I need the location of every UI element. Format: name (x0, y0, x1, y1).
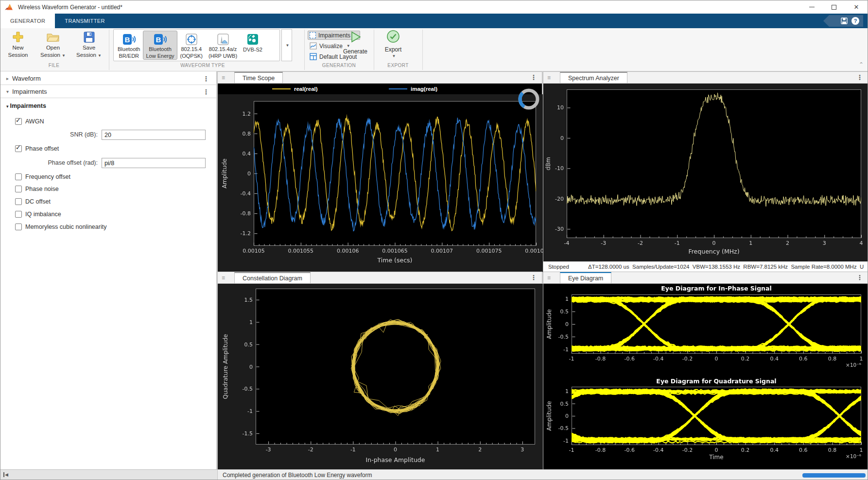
minimize-button[interactable] (800, 0, 823, 14)
dc-offset-checkbox[interactable]: ✓ DC offset (15, 197, 51, 206)
snr-field-row: SNR (dB): (0, 130, 216, 140)
tab-eye-diagram[interactable]: Eye Diagram (560, 272, 611, 283)
file-section-caption: FILE (20, 63, 88, 68)
button-label: Low Energy (146, 52, 174, 59)
waveform-dvb-s2-button[interactable]: DVB-S2 (240, 31, 265, 60)
spectrum-plot[interactable] (543, 84, 868, 261)
checkbox-box[interactable]: ✓ (15, 211, 22, 218)
kebab-menu-icon[interactable]: ⋮ (856, 275, 863, 280)
button-label: DVB-S2 (243, 46, 262, 53)
ribbon-tabstrip: GENERATOR TRANSMITTER ? (0, 14, 868, 28)
checkbox-box[interactable]: ✓ (15, 223, 22, 230)
impairments-section-header[interactable]: ▾ Impairments ⋮ (0, 86, 216, 98)
kebab-menu-icon[interactable]: ⋮ (203, 89, 209, 94)
waveform-bluetooth-br-edr-button[interactable]: B Bluetooth BR/EDR (115, 31, 143, 60)
status-bar: ◀ Completed generation of Bluetooth Low … (0, 469, 868, 480)
section-separator (422, 30, 423, 70)
kebab-menu-icon[interactable]: ⋮ (530, 75, 537, 80)
drag-handle-icon[interactable]: ≡ (547, 274, 551, 281)
iq-imbalance-checkbox[interactable]: ✓ IQ imbalance (15, 210, 61, 219)
export-button[interactable]: Export ▼ (378, 30, 409, 62)
collapsed-triangle-icon[interactable]: ▸ (6, 76, 12, 81)
visualize-icon (310, 42, 317, 50)
dropdown-arrow-icon: ▼ (98, 53, 102, 58)
quick-access-toolbar: ? (823, 15, 863, 27)
generate-button[interactable]: Generate (340, 30, 371, 62)
save-session-button[interactable]: Save Session▼ (73, 30, 104, 62)
collapse-panel-icon[interactable]: ◀ (3, 472, 8, 477)
waveform-type-dropdown-button[interactable]: ▼ (281, 29, 292, 61)
new-session-icon (12, 30, 24, 44)
legend-label: real(real) (294, 86, 318, 92)
button-label: Save (83, 44, 95, 51)
maximize-button[interactable] (823, 0, 845, 14)
checkbox-box[interactable]: ✓ (15, 173, 22, 180)
drag-handle-icon[interactable]: ≡ (222, 274, 225, 281)
tab-transmitter[interactable]: TRANSMITTER (55, 14, 115, 28)
button-label: Session (8, 51, 28, 59)
help-icon[interactable]: ? (851, 17, 859, 25)
bluetooth-icon: B (122, 33, 136, 46)
snr-label: SNR (dB): (0, 131, 98, 138)
status-message-area: Completed generation of Bluetooth Low En… (218, 470, 868, 480)
tab-constellation-diagram[interactable]: Constellation Diagram (234, 272, 311, 283)
legend-line-real (272, 88, 291, 90)
dropdown-arrow-icon: ▼ (392, 54, 396, 58)
tab-time-scope[interactable]: Time Scope (234, 72, 283, 83)
checkbox-box[interactable]: ✓ (15, 145, 22, 152)
ribbon: New Session Open Session▼ Save Session▼ … (0, 28, 868, 71)
legend-item-real[interactable]: real(real) (272, 84, 318, 94)
phase-offset-input[interactable] (102, 158, 206, 168)
frequency-offset-checkbox[interactable]: ✓ Frequency offset (15, 172, 70, 181)
close-button[interactable]: ✕ (845, 0, 868, 14)
drag-handle-icon[interactable]: ≡ (547, 74, 551, 81)
snr-input[interactable] (102, 130, 206, 140)
status-message: Completed generation of Bluetooth Low En… (223, 472, 372, 479)
checkbox-box[interactable]: ✓ (15, 198, 22, 205)
tab-generator[interactable]: GENERATOR (0, 14, 55, 28)
drag-handle-icon[interactable]: ≡ (222, 74, 225, 81)
time-scope-plot[interactable] (218, 94, 543, 272)
new-session-button[interactable]: New Session (2, 30, 34, 62)
button-label: 802.15.4 (181, 46, 202, 52)
spectrum-status-info: ΔT=128.0000 us Samples/Update=1024 VBW=1… (588, 264, 864, 270)
constellation-panel: ≡ Constellation Diagram ⋮ (217, 272, 542, 469)
collapse-ribbon-icon[interactable]: ⌃ (859, 61, 864, 68)
expanded-triangle-icon[interactable]: ▾ (6, 89, 12, 94)
checkbox-label: DC offset (25, 198, 51, 205)
legend-line-imag (389, 88, 407, 90)
phase-noise-checkbox[interactable]: ✓ Phase noise (15, 185, 59, 193)
button-label: BR/EDR (119, 52, 139, 59)
quick-save-icon[interactable] (840, 17, 848, 25)
title-bar: Wireless Waveform Generator - untitled* … (0, 0, 868, 14)
generation-section-caption: GENERATION (304, 63, 374, 68)
checkbox-box[interactable]: ✓ (15, 118, 22, 125)
waveform-802-15-4az-button[interactable]: 802.15.4a/z (HRP UWB) (206, 31, 240, 60)
app-window: Wireless Waveform Generator - untitled* … (0, 0, 868, 480)
tab-spectrum-analyzer[interactable]: Spectrum Analyzer (560, 72, 627, 83)
checkbox-label: Memoryless cubic nonlinearity (25, 223, 106, 230)
eye-diagram-plot[interactable] (543, 284, 868, 470)
open-session-button[interactable]: Open Session▼ (37, 30, 69, 62)
oqpsk-icon (186, 33, 197, 46)
constellation-plot[interactable] (218, 284, 543, 470)
waveform-type-box: B Bluetooth BR/EDR B Bluetooth Low Energ… (113, 29, 280, 61)
waveform-802-15-4-button[interactable]: 802.15.4 (OQPSK) (177, 31, 206, 60)
eye-diagram-header: ≡ Eye Diagram ⋮ (543, 272, 868, 284)
waveform-section-header[interactable]: ▸ Waveform ⋮ (0, 72, 216, 85)
checkbox-box[interactable]: ✓ (15, 186, 22, 192)
button-label: 802.15.4a/z (209, 46, 237, 52)
waveform-bluetooth-low-energy-button[interactable]: B Bluetooth Low Energy (143, 31, 177, 60)
section-label: Impairments (12, 88, 47, 95)
kebab-menu-icon[interactable]: ⋮ (530, 275, 537, 280)
kebab-menu-icon[interactable]: ⋮ (203, 76, 209, 81)
impairments-subsection-header[interactable]: ▾Impairments (6, 103, 46, 109)
kebab-menu-icon[interactable]: ⋮ (856, 75, 863, 80)
button-label: Bluetooth (149, 46, 171, 52)
legend-item-imag[interactable]: imag(real) (389, 84, 437, 94)
svg-text:B: B (124, 35, 130, 43)
phase-offset-checkbox[interactable]: ✓ Phase offset (15, 144, 59, 153)
memoryless-cubic-nonlinearity-checkbox[interactable]: ✓ Memoryless cubic nonlinearity (15, 223, 106, 231)
button-label: New (12, 44, 23, 51)
awgn-checkbox[interactable]: ✓ AWGN (15, 117, 44, 126)
